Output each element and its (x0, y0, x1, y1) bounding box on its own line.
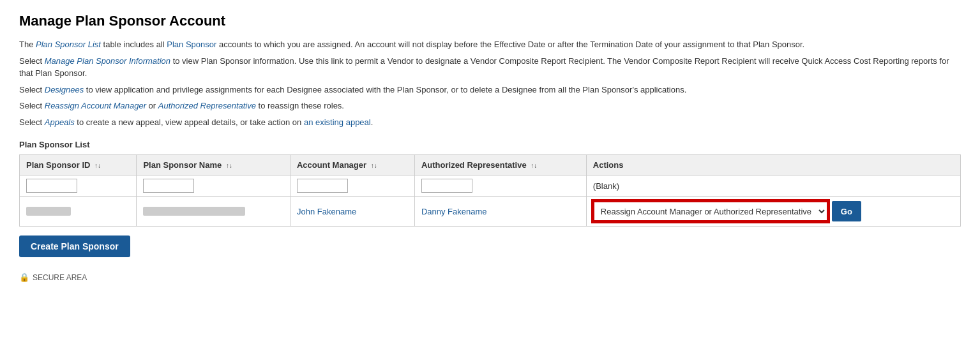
lock-icon: 🔒 (19, 273, 29, 282)
create-plan-sponsor-button[interactable]: Create Plan Sponsor (19, 236, 130, 257)
filter-row: (Blank) (20, 176, 961, 197)
description-3: Select Designees to view application and… (19, 84, 961, 96)
filter-input-account-manager[interactable] (297, 179, 348, 193)
actions-select[interactable]: Reassign Account Manager or Authorized R… (593, 201, 828, 221)
filter-input-authorized-rep[interactable] (421, 179, 472, 193)
col-plan-sponsor-id: Plan Sponsor ID ↑↓ (20, 155, 137, 176)
cell-account-manager: John Fakename (290, 197, 414, 227)
col-authorized-representative: Authorized Representative ↑↓ (414, 155, 586, 176)
col-actions: Actions (586, 155, 960, 176)
plan-sponsor-table: Plan Sponsor ID ↑↓ Plan Sponsor Name ↑↓ … (19, 154, 961, 227)
filter-cell-name (137, 176, 290, 197)
description-4: Select Reassign Account Manager or Autho… (19, 100, 961, 112)
sort-icon-account-manager[interactable]: ↑↓ (371, 162, 377, 169)
filter-input-plan-sponsor-id[interactable] (26, 179, 77, 193)
cell-actions: Reassign Account Manager or Authorized R… (586, 197, 960, 227)
blank-label: (Blank) (593, 181, 619, 191)
filter-cell-manager (290, 176, 414, 197)
sort-icon-authorized-rep[interactable]: ↑↓ (531, 162, 537, 169)
go-button[interactable]: Go (832, 201, 861, 221)
secure-area-label: SECURE AREA (33, 273, 87, 282)
cell-plan-sponsor-name (137, 197, 290, 227)
section-title: Plan Sponsor List (19, 140, 961, 149)
actions-wrapper: Reassign Account Manager or Authorized R… (593, 201, 954, 221)
filter-input-plan-sponsor-name[interactable] (143, 179, 194, 193)
secure-area: 🔒 SECURE AREA (19, 273, 961, 282)
col-account-manager: Account Manager ↑↓ (290, 155, 414, 176)
description-5: Select Appeals to create a new appeal, v… (19, 116, 961, 129)
authorized-rep-link[interactable]: Danny Fakename (421, 207, 487, 216)
cell-plan-sponsor-id (20, 197, 137, 227)
table-header-row: Plan Sponsor ID ↑↓ Plan Sponsor Name ↑↓ … (20, 155, 961, 176)
filter-cell-rep (414, 176, 586, 197)
sort-icon-plan-sponsor-id[interactable]: ↑↓ (94, 162, 101, 169)
account-manager-link[interactable]: John Fakename (297, 207, 356, 216)
page-title: Manage Plan Sponsor Account (19, 13, 961, 29)
description-2: Select Manage Plan Sponsor Information t… (19, 55, 961, 80)
sort-icon-plan-sponsor-name[interactable]: ↑↓ (226, 162, 232, 169)
filter-cell-actions: (Blank) (586, 176, 960, 197)
filter-cell-id (20, 176, 137, 197)
redacted-name (143, 207, 245, 216)
col-plan-sponsor-name: Plan Sponsor Name ↑↓ (137, 155, 290, 176)
redacted-id (26, 207, 71, 216)
description-1: The Plan Sponsor List table includes all… (19, 38, 961, 51)
cell-authorized-rep: Danny Fakename (414, 197, 586, 227)
table-row: John Fakename Danny Fakename Reassign Ac… (20, 197, 961, 227)
